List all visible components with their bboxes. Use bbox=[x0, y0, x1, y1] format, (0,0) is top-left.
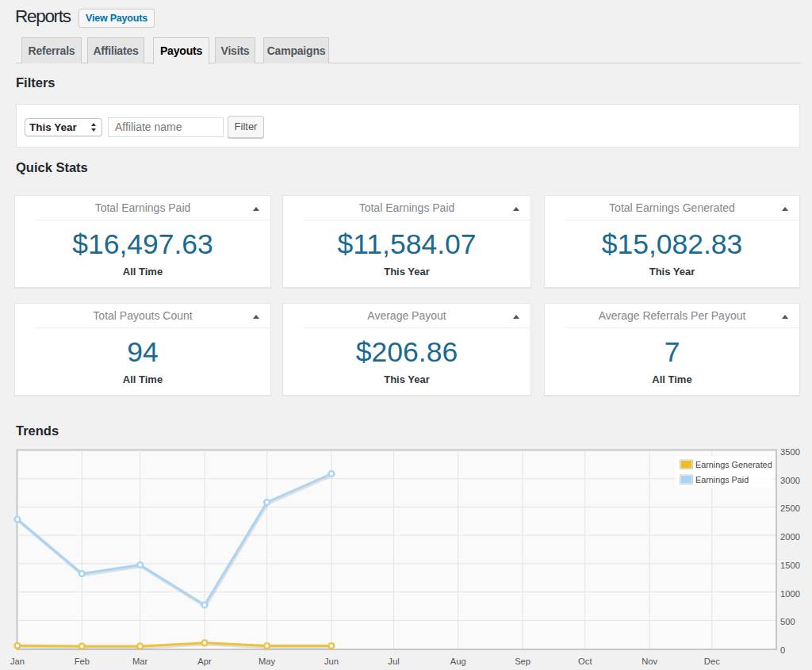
svg-text:3500: 3500 bbox=[780, 447, 800, 457]
svg-text:1500: 1500 bbox=[780, 561, 800, 570]
svg-text:Apr: Apr bbox=[197, 657, 212, 666]
svg-text:Earnings Generated: Earnings Generated bbox=[695, 460, 772, 469]
svg-text:Nov: Nov bbox=[642, 657, 657, 666]
svg-text:Sep: Sep bbox=[515, 657, 530, 666]
svg-text:1000: 1000 bbox=[780, 589, 800, 599]
svg-text:2500: 2500 bbox=[780, 503, 800, 513]
svg-text:Mar: Mar bbox=[132, 657, 148, 666]
svg-text:Dec: Dec bbox=[704, 657, 720, 666]
svg-text:Earnings Paid: Earnings Paid bbox=[695, 475, 749, 484]
svg-text:May: May bbox=[259, 657, 276, 666]
svg-text:Feb: Feb bbox=[75, 657, 90, 666]
svg-text:Oct: Oct bbox=[578, 657, 592, 666]
svg-text:0: 0 bbox=[780, 645, 785, 655]
svg-text:Jan: Jan bbox=[10, 657, 25, 666]
svg-text:Jun: Jun bbox=[324, 657, 339, 666]
svg-text:Jul: Jul bbox=[388, 657, 399, 666]
svg-text:2000: 2000 bbox=[780, 532, 800, 542]
svg-text:Aug: Aug bbox=[450, 657, 466, 666]
svg-text:500: 500 bbox=[780, 617, 795, 626]
svg-text:3000: 3000 bbox=[780, 476, 800, 485]
